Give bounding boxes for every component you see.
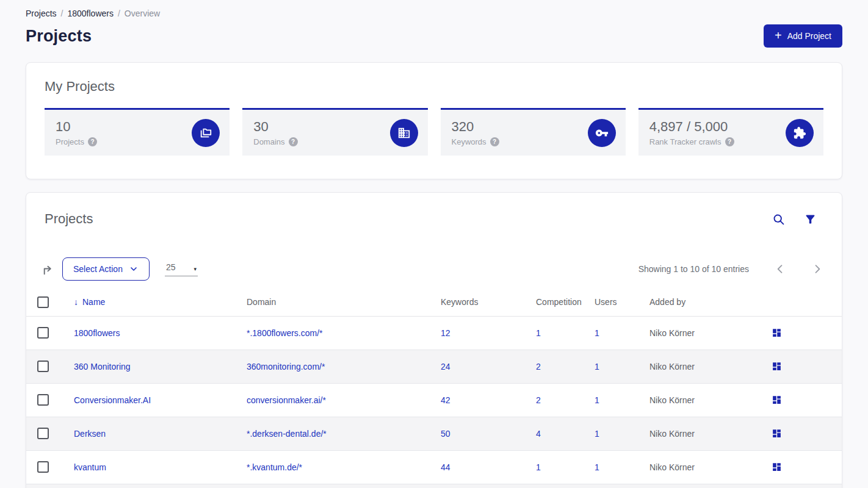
filter-icon[interactable] [804, 213, 817, 226]
stat-value-domains: 30 [253, 119, 297, 135]
stat-label-row: Projects ? [56, 137, 97, 146]
add-project-label: Add Project [787, 31, 831, 41]
stat-value-keywords: 320 [452, 119, 499, 135]
project-competition-value[interactable]: 4 [525, 417, 584, 450]
dashboard-icon[interactable] [772, 395, 782, 405]
column-header-competition[interactable]: Competition [525, 289, 584, 316]
project-domain-link[interactable]: *.derksen-dental.de/* [236, 417, 430, 450]
add-project-button[interactable]: + Add Project [764, 24, 842, 48]
breadcrumb: Projects / 1800flowers / Overview [26, 9, 842, 18]
stat-label-domains: Domains [253, 137, 284, 146]
row-checkbox-cell [26, 450, 63, 484]
select-action-button[interactable]: Select Action [62, 257, 150, 281]
project-dashboard-cell [761, 316, 842, 350]
row-checkbox[interactable] [37, 394, 49, 406]
project-domain-link[interactable]: *.kvantum.de/* [236, 450, 430, 484]
project-domain-link[interactable]: *.1800flowers.com/* [236, 316, 430, 350]
folders-icon [192, 119, 220, 147]
stat-text: 30 Domains ? [253, 119, 297, 146]
row-checkbox[interactable] [37, 461, 49, 473]
project-domain-link[interactable]: conversionmaker.ai/* [236, 383, 430, 417]
breadcrumb-separator: / [61, 9, 63, 18]
projects-table-card: Projects Select [26, 192, 842, 488]
row-checkbox[interactable] [37, 327, 49, 339]
page-size-select[interactable]: 25 ▾ [165, 262, 198, 276]
puzzle-icon [786, 119, 814, 147]
row-checkbox[interactable] [37, 361, 49, 372]
help-icon[interactable]: ? [490, 137, 499, 146]
table-controls: Select Action 25 ▾ Showing 1 to 10 of 10… [26, 257, 842, 281]
column-header-domain[interactable]: Domain [236, 289, 430, 316]
project-keywords-value[interactable]: 24 [430, 350, 525, 383]
project-competition-value[interactable]: 2 [525, 383, 584, 417]
project-keywords-value[interactable]: 50 [430, 417, 525, 450]
stat-label-projects: Projects [56, 137, 84, 146]
stat-card-crawls: 4,897 / 5,000 Rank Tracker crawls ? [638, 108, 823, 156]
project-users-value[interactable]: 1 [584, 316, 638, 350]
my-projects-title: My Projects [45, 79, 823, 95]
projects-table: ↓Name Domain Keywords Competition Users … [26, 289, 842, 488]
search-icon[interactable] [772, 213, 785, 226]
table-row: Derksen *.derksen-dental.de/* 50 4 1 Nik… [26, 417, 842, 450]
project-competition-value[interactable]: 1 [525, 450, 584, 484]
page-size-value: 25 [166, 262, 176, 272]
project-added-by: Niko Körner [638, 316, 761, 350]
project-users-value[interactable]: 1 [584, 417, 638, 450]
stat-text: 10 Projects ? [56, 119, 97, 146]
project-users-value[interactable]: 1 [584, 383, 638, 417]
chevron-right-icon[interactable] [811, 263, 823, 275]
project-added-by: Niko Körner [638, 383, 761, 417]
showing-entries-text: Showing 1 to 10 of 10 entries [638, 264, 749, 274]
project-dashboard-cell [761, 450, 842, 484]
stat-label-keywords: Keywords [452, 137, 486, 146]
row-checkbox-cell [26, 417, 63, 450]
partial-row-cell [26, 484, 842, 488]
project-name-link[interactable]: 1800flowers [63, 316, 236, 350]
project-name-link[interactable]: kvantum [63, 450, 236, 484]
plus-icon: + [775, 29, 782, 41]
dashboard-icon[interactable] [772, 328, 782, 338]
project-users-value[interactable]: 1 [584, 450, 638, 484]
breadcrumb-separator: / [118, 9, 120, 18]
select-all-checkbox[interactable] [37, 296, 49, 308]
chevron-left-icon[interactable] [774, 263, 786, 275]
project-added-by: Niko Körner [638, 417, 761, 450]
column-header-added-by[interactable]: Added by [638, 289, 761, 316]
table-row: 360 Monitoring 360monitoring.com/* 24 2 … [26, 350, 842, 383]
project-keywords-value[interactable]: 12 [430, 316, 525, 350]
project-domain-link[interactable]: 360monitoring.com/* [236, 350, 430, 383]
project-name-link[interactable]: 360 Monitoring [63, 350, 236, 383]
stat-value-projects: 10 [56, 119, 97, 135]
project-name-link[interactable]: Conversionmaker.AI [63, 383, 236, 417]
table-header-row: ↓Name Domain Keywords Competition Users … [26, 289, 842, 316]
project-keywords-value[interactable]: 42 [430, 383, 525, 417]
export-arrow-icon[interactable] [40, 262, 54, 276]
table-row-partial [26, 484, 842, 488]
project-users-value[interactable]: 1 [584, 350, 638, 383]
column-header-name[interactable]: ↓Name [63, 289, 236, 316]
breadcrumb-projects[interactable]: Projects [26, 9, 57, 18]
project-competition-value[interactable]: 2 [525, 350, 584, 383]
sort-desc-icon: ↓ [74, 297, 78, 307]
help-icon[interactable]: ? [88, 137, 97, 146]
column-header-keywords[interactable]: Keywords [430, 289, 525, 316]
my-projects-card: My Projects 10 Projects ? [26, 62, 842, 179]
project-name-link[interactable]: Derksen [63, 417, 236, 450]
table-row: Conversionmaker.AI conversionmaker.ai/* … [26, 383, 842, 417]
help-icon[interactable]: ? [725, 137, 734, 146]
help-icon[interactable]: ? [289, 137, 298, 146]
stat-text: 4,897 / 5,000 Rank Tracker crawls ? [649, 119, 734, 146]
breadcrumb-1800flowers[interactable]: 1800flowers [67, 9, 114, 18]
project-dashboard-cell [761, 417, 842, 450]
stat-label-row: Rank Tracker crawls ? [649, 137, 734, 146]
stats-row: 10 Projects ? 30 Domai [45, 108, 823, 156]
breadcrumb-overview: Overview [125, 9, 160, 18]
column-header-users[interactable]: Users [584, 289, 638, 316]
project-keywords-value[interactable]: 44 [430, 450, 525, 484]
dashboard-icon[interactable] [772, 361, 782, 371]
row-checkbox[interactable] [37, 428, 49, 439]
stat-label-crawls: Rank Tracker crawls [649, 137, 722, 146]
dashboard-icon[interactable] [772, 428, 782, 439]
dashboard-icon[interactable] [772, 462, 782, 472]
project-competition-value[interactable]: 1 [525, 316, 584, 350]
